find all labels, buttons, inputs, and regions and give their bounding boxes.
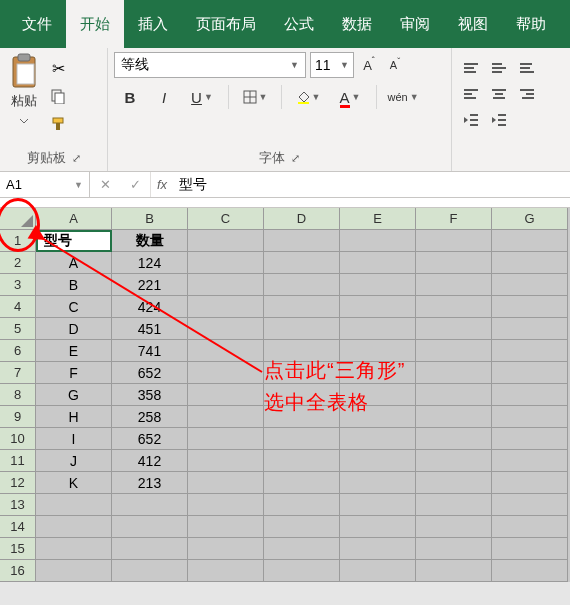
column-header[interactable]: A bbox=[36, 208, 112, 230]
cell[interactable] bbox=[264, 274, 340, 296]
tab-view[interactable]: 视图 bbox=[444, 0, 502, 48]
cell[interactable] bbox=[112, 494, 188, 516]
increase-indent-button[interactable] bbox=[486, 108, 512, 132]
cell[interactable] bbox=[340, 428, 416, 450]
cell[interactable] bbox=[340, 384, 416, 406]
cell[interactable] bbox=[188, 274, 264, 296]
cell[interactable] bbox=[264, 296, 340, 318]
font-expand-icon[interactable]: ⤢ bbox=[291, 152, 300, 165]
cell[interactable] bbox=[188, 340, 264, 362]
cell[interactable]: B bbox=[36, 274, 112, 296]
row-header[interactable]: 11 bbox=[0, 450, 36, 472]
name-box[interactable]: A1 ▼ bbox=[0, 172, 90, 197]
cell[interactable] bbox=[492, 384, 568, 406]
align-top-button[interactable] bbox=[458, 56, 484, 80]
cell[interactable]: I bbox=[36, 428, 112, 450]
cell[interactable] bbox=[340, 296, 416, 318]
cell[interactable]: 741 bbox=[112, 340, 188, 362]
cell[interactable]: 258 bbox=[112, 406, 188, 428]
cell[interactable] bbox=[416, 406, 492, 428]
bold-button[interactable]: B bbox=[114, 84, 146, 110]
cell[interactable]: 221 bbox=[112, 274, 188, 296]
decrease-indent-button[interactable] bbox=[458, 108, 484, 132]
cell[interactable]: 358 bbox=[112, 384, 188, 406]
paste-button[interactable]: 粘贴 bbox=[6, 52, 42, 128]
cell[interactable] bbox=[416, 428, 492, 450]
cell[interactable] bbox=[340, 516, 416, 538]
font-name-dropdown[interactable]: 等线 ▼ bbox=[114, 52, 306, 78]
cell[interactable]: 652 bbox=[112, 362, 188, 384]
cell[interactable] bbox=[492, 428, 568, 450]
row-header[interactable]: 12 bbox=[0, 472, 36, 494]
cell[interactable] bbox=[112, 560, 188, 582]
cell[interactable] bbox=[264, 362, 340, 384]
cell[interactable] bbox=[188, 406, 264, 428]
row-header[interactable]: 8 bbox=[0, 384, 36, 406]
cell[interactable] bbox=[264, 472, 340, 494]
cell[interactable] bbox=[264, 516, 340, 538]
cell[interactable]: K bbox=[36, 472, 112, 494]
cell[interactable] bbox=[340, 538, 416, 560]
increase-font-button[interactable]: Aˆ bbox=[358, 52, 380, 78]
cell[interactable] bbox=[340, 252, 416, 274]
copy-button[interactable] bbox=[46, 84, 70, 108]
cell[interactable] bbox=[340, 472, 416, 494]
cell[interactable]: 213 bbox=[112, 472, 188, 494]
cell[interactable]: E bbox=[36, 340, 112, 362]
cell[interactable] bbox=[340, 362, 416, 384]
cell[interactable] bbox=[188, 362, 264, 384]
cell[interactable] bbox=[416, 362, 492, 384]
cell[interactable] bbox=[264, 538, 340, 560]
row-header[interactable]: 5 bbox=[0, 318, 36, 340]
cell[interactable] bbox=[340, 274, 416, 296]
row-header[interactable]: 1 bbox=[0, 230, 36, 252]
decrease-font-button[interactable]: Aˇ bbox=[384, 52, 406, 78]
cell[interactable] bbox=[264, 340, 340, 362]
column-header[interactable]: C bbox=[188, 208, 264, 230]
cell[interactable]: 412 bbox=[112, 450, 188, 472]
row-header[interactable]: 2 bbox=[0, 252, 36, 274]
accept-formula-button[interactable]: ✓ bbox=[120, 172, 150, 197]
tab-data[interactable]: 数据 bbox=[328, 0, 386, 48]
row-header[interactable]: 7 bbox=[0, 362, 36, 384]
cell[interactable]: 652 bbox=[112, 428, 188, 450]
cell[interactable] bbox=[188, 560, 264, 582]
tab-help[interactable]: 帮助 bbox=[502, 0, 560, 48]
row-header[interactable]: 3 bbox=[0, 274, 36, 296]
cell[interactable]: 451 bbox=[112, 318, 188, 340]
cell[interactable] bbox=[492, 340, 568, 362]
cell[interactable] bbox=[492, 516, 568, 538]
phonetic-button[interactable]: wén▼ bbox=[383, 84, 423, 110]
cell[interactable] bbox=[492, 252, 568, 274]
tab-file[interactable]: 文件 bbox=[8, 0, 66, 48]
cell[interactable] bbox=[492, 362, 568, 384]
cell[interactable]: 数量 bbox=[112, 230, 188, 252]
fx-label[interactable]: fx bbox=[151, 177, 173, 192]
cell[interactable] bbox=[492, 450, 568, 472]
cell[interactable] bbox=[188, 494, 264, 516]
cell[interactable] bbox=[188, 296, 264, 318]
select-all-button[interactable] bbox=[0, 208, 36, 230]
cell[interactable] bbox=[416, 318, 492, 340]
cell[interactable] bbox=[416, 516, 492, 538]
formula-input[interactable] bbox=[173, 172, 570, 197]
tab-pagelayout[interactable]: 页面布局 bbox=[182, 0, 270, 48]
row-header[interactable]: 14 bbox=[0, 516, 36, 538]
cell[interactable] bbox=[340, 560, 416, 582]
cell[interactable]: D bbox=[36, 318, 112, 340]
cell[interactable] bbox=[188, 516, 264, 538]
cell[interactable] bbox=[188, 252, 264, 274]
cell[interactable] bbox=[112, 516, 188, 538]
tab-insert[interactable]: 插入 bbox=[124, 0, 182, 48]
cell[interactable] bbox=[492, 538, 568, 560]
cell[interactable] bbox=[492, 560, 568, 582]
cell[interactable] bbox=[416, 472, 492, 494]
cell[interactable]: F bbox=[36, 362, 112, 384]
cell[interactable] bbox=[492, 274, 568, 296]
cell[interactable] bbox=[188, 450, 264, 472]
cell[interactable] bbox=[492, 230, 568, 252]
cell[interactable] bbox=[188, 318, 264, 340]
cell[interactable] bbox=[416, 494, 492, 516]
cell[interactable] bbox=[416, 538, 492, 560]
fill-color-button[interactable]: ▼ bbox=[288, 84, 328, 110]
